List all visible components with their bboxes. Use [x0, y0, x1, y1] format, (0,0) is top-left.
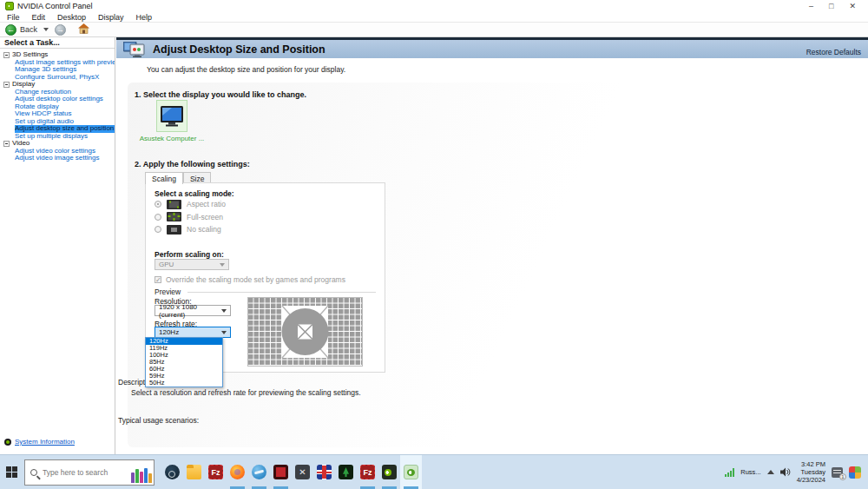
page-content: You can adjust the desktop size and posi… [116, 58, 868, 454]
resolution-select[interactable]: 1920 x 1080 (current) [155, 305, 231, 316]
sidebar-item-rotate-display[interactable]: Rotate display [15, 103, 115, 111]
sidebar-item-adjust-video-color[interactable]: Adjust video color settings [15, 148, 115, 155]
scaling-mode-options: Aspect ratio Full-screen [155, 198, 226, 236]
sidebar-item-adjust-video-image[interactable]: Adjust video image settings [15, 155, 115, 162]
radio-no-scaling[interactable]: No scaling [155, 223, 226, 236]
perform-scaling-label: Perform scaling on: [155, 250, 224, 259]
radio-button-icon[interactable] [155, 214, 161, 221]
taskbar-file-explorer-icon[interactable] [183, 455, 205, 489]
tree-node-label[interactable]: Video [12, 140, 30, 148]
tree-node-display[interactable]: Display [3, 81, 115, 89]
menu-help[interactable]: Help [136, 13, 153, 22]
menu-display[interactable]: Display [98, 13, 124, 22]
taskbar-green-app-icon[interactable] [335, 455, 357, 489]
taskbar-blue-app-icon[interactable] [248, 455, 270, 489]
notification-center-icon[interactable]: 1 [832, 467, 843, 478]
display-name-label[interactable]: Asustek Computer ... [137, 135, 207, 142]
taskbar-red-app-icon[interactable] [270, 455, 292, 489]
sidebar-item-adjust-desktop-size-position[interactable]: Adjust desktop size and position [15, 125, 115, 133]
refresh-rate-dropdown-list: 120Hz 119Hz 100Hz 85Hz 60Hz 59Hz 50Hz [145, 337, 223, 387]
radio-label[interactable]: Aspect ratio [187, 200, 226, 208]
perform-scaling-select[interactable]: GPU [155, 259, 229, 270]
sidebar-item-view-hdcp-status[interactable]: View HDCP status [15, 110, 115, 118]
back-button[interactable]: ← [5, 24, 16, 36]
notification-badge: 1 [839, 473, 846, 480]
taskbar-firefox-icon[interactable] [227, 455, 248, 489]
page-title: Adjust Desktop Size and Position [153, 43, 326, 56]
dropdown-option[interactable]: 50Hz [146, 380, 222, 387]
home-button[interactable] [78, 23, 89, 36]
scaling-preview-pattern [247, 297, 363, 367]
page-description: You can adjust the desktop size and posi… [147, 65, 345, 74]
sidebar-item-set-up-multiple-displays[interactable]: Set up multiple displays [15, 133, 115, 141]
title-bar: NVIDIA Control Panel – □ ✕ [0, 0, 868, 12]
resolution-value: 1920 x 1080 (current) [159, 303, 221, 319]
forward-button[interactable]: → [55, 24, 66, 36]
taskbar-search[interactable] [24, 459, 155, 486]
clock-day: Tuesday [797, 468, 825, 476]
preview-divider [187, 292, 376, 293]
taskbar-nvidia-control-panel-icon[interactable] [400, 455, 422, 489]
search-input[interactable] [43, 468, 115, 477]
radio-label[interactable]: Full-screen [187, 213, 223, 221]
radio-button-icon[interactable] [155, 226, 161, 233]
tree-node-label[interactable]: 3D Settings [12, 51, 48, 59]
taskbar-clock[interactable]: 3:42 PM Tuesday 4/23/2024 [797, 460, 825, 484]
display-selector[interactable] [156, 100, 187, 132]
radio-aspect-ratio[interactable]: Aspect ratio [155, 198, 226, 211]
checkbox-checked-icon[interactable]: ✓ [155, 276, 161, 283]
restore-defaults-button[interactable]: Restore Defaults [806, 48, 861, 58]
weather-widget-icon[interactable] [849, 466, 861, 479]
tray-overflow-icon[interactable] [767, 470, 774, 474]
radio-full-screen[interactable]: Full-screen [155, 211, 226, 224]
menu-file[interactable]: File [7, 13, 20, 22]
preview-section-label: Preview [155, 287, 181, 296]
system-tray: Russ... 3:42 PM Tuesday 4/23/2024 1 [725, 460, 868, 484]
taskbar-nvidia-dark-icon[interactable] [378, 455, 400, 489]
nvidia-control-panel-window: NVIDIA Control Panel – □ ✕ File Edit Des… [0, 0, 868, 489]
sidebar-item-adjust-image-settings[interactable]: Adjust image settings with preview [15, 59, 115, 67]
tree-node-video[interactable]: Video [3, 140, 115, 148]
taskbar-x-app-icon[interactable]: ✕ [292, 455, 313, 489]
page-banner: Adjust Desktop Size and Position Restore… [116, 37, 868, 58]
minimize-button[interactable]: – [809, 2, 813, 10]
step1-heading: 1. Select the display you would like to … [135, 90, 306, 99]
refresh-rate-value: 120Hz [159, 328, 179, 336]
tree-node-label[interactable]: Display [12, 81, 35, 89]
override-checkbox-row[interactable]: ✓ Override the scaling mode set by games… [155, 275, 345, 284]
back-history-dropdown-icon[interactable] [43, 28, 49, 31]
radio-label[interactable]: No scaling [187, 225, 221, 234]
taskbar-steam-icon[interactable] [161, 455, 183, 489]
maximize-button[interactable]: □ [829, 2, 833, 10]
chevron-down-icon [221, 331, 227, 334]
volume-icon[interactable] [780, 467, 791, 477]
tab-scaling[interactable]: Scaling [145, 172, 183, 184]
system-information-link[interactable]: System Information [15, 438, 75, 446]
tree-node-3d-settings[interactable]: 3D Settings [3, 51, 115, 59]
radio-button-icon[interactable] [155, 201, 161, 208]
taskbar-filezilla-icon[interactable]: Fz [205, 455, 227, 489]
chevron-down-icon [220, 263, 225, 267]
windows-logo-icon [6, 466, 18, 479]
description-text: Select a resolution and refresh rate for… [131, 388, 361, 397]
chevron-down-icon [221, 309, 227, 313]
network-label[interactable]: Russ... [740, 468, 760, 476]
menu-desktop[interactable]: Desktop [57, 13, 86, 22]
override-label[interactable]: Override the scaling mode set by games a… [166, 275, 345, 284]
taskbar-uk-flag-icon[interactable] [313, 455, 335, 489]
back-button-label[interactable]: Back [20, 25, 37, 34]
sidebar-item-change-resolution[interactable]: Change resolution [15, 89, 115, 96]
collapse-icon[interactable] [3, 52, 10, 58]
close-button[interactable]: ✕ [849, 2, 856, 10]
task-sidebar: Select a Task... 3D Settings Adjust imag… [0, 37, 115, 454]
menu-edit[interactable]: Edit [32, 13, 46, 22]
collapse-icon[interactable] [3, 141, 10, 147]
sidebar-item-manage-3d-settings[interactable]: Manage 3D settings [15, 66, 115, 74]
start-button[interactable] [0, 455, 24, 489]
network-signal-icon[interactable] [725, 468, 734, 477]
typical-usage-label: Typical usage scenarios: [118, 416, 199, 425]
collapse-icon[interactable] [3, 82, 10, 88]
sidebar-item-set-up-digital-audio[interactable]: Set up digital audio [15, 118, 115, 126]
taskbar-filezilla-2-icon[interactable]: Fz [357, 455, 378, 489]
sidebar-item-adjust-desktop-color[interactable]: Adjust desktop color settings [15, 96, 115, 103]
